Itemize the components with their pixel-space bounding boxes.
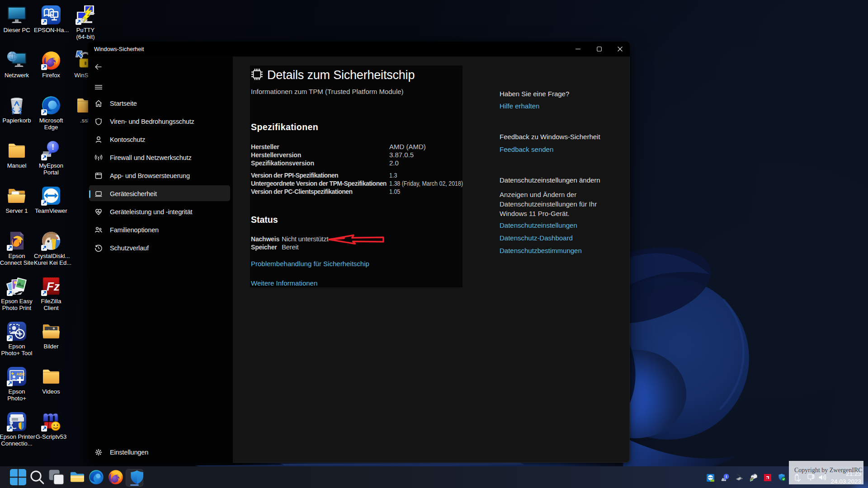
svg-text:!: !: [52, 143, 54, 151]
svg-text:Fz: Fz: [47, 280, 60, 293]
svg-text:ABC: ABC: [16, 372, 25, 376]
svg-text:!: !: [726, 474, 727, 479]
